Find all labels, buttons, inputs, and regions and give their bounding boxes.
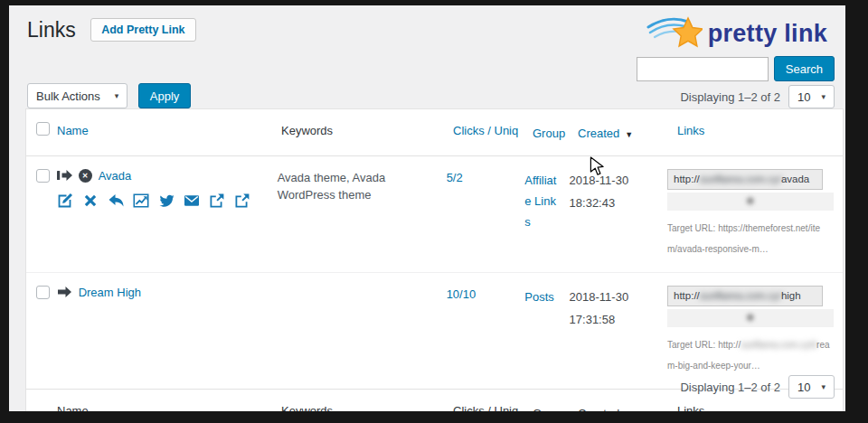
copy-link-button[interactable]: ✱ [667, 309, 834, 327]
email-icon[interactable] [184, 193, 200, 209]
per-page-value: 10 [797, 381, 810, 394]
chevron-down-icon: ▾ [115, 91, 119, 100]
footer-header-clicks: Clicks / Uniq [453, 404, 518, 411]
mouse-cursor [589, 156, 605, 176]
edit-icon[interactable] [57, 193, 73, 209]
displaying-count: Displaying 1–2 of 2 [680, 381, 780, 394]
links-cell: http://sunflarea.com.cy/avada ✱ Target U… [658, 156, 843, 272]
chevron-down-icon: ▾ [821, 92, 826, 101]
target-url-redacted: sunflarea.com.cy/d [741, 340, 816, 350]
table-row: ✕ Avada [26, 156, 843, 272]
bulk-actions-select[interactable]: Bulk Actions ▾ [27, 83, 127, 108]
name-cell: Dream High [57, 273, 278, 310]
target-url-text: Target URL: https://themeforest.net/item… [667, 218, 830, 259]
reset-undo-icon[interactable] [108, 193, 124, 209]
pretty-link-logo-text: pretty link [708, 20, 827, 48]
group-link[interactable]: Posts [524, 290, 554, 304]
header-checkbox-cell [26, 109, 57, 148]
footer-header-group: Group [533, 407, 565, 411]
select-row-checkbox[interactable] [36, 169, 50, 183]
copy-link-button[interactable]: ✱ [667, 193, 834, 211]
target-url-prefix: Target URL: http:// [667, 340, 741, 350]
select-row-checkbox[interactable] [36, 286, 50, 299]
column-header-clicks[interactable]: Clicks / Uniq [453, 124, 518, 137]
per-page-select[interactable]: 10 ▾ [788, 375, 835, 399]
pretty-link-url-field[interactable]: http://sunflarea.com.cy/avada [667, 169, 823, 190]
search-row: Search [637, 56, 835, 81]
clicks-link[interactable]: 5/2 [447, 171, 463, 184]
keywords-text: Avada theme, Avada WordPress theme [278, 171, 386, 202]
delete-icon[interactable] [82, 193, 99, 209]
clicks-link[interactable]: 10/10 [447, 287, 476, 301]
url-prefix: http:// [674, 290, 700, 301]
external-link-icon[interactable] [234, 193, 250, 209]
copy-icon: ✱ [746, 194, 756, 208]
displaying-count: Displaying 1–2 of 2 [680, 90, 780, 104]
external-link-icon[interactable] [209, 193, 225, 209]
select-all-checkbox[interactable] [36, 122, 50, 136]
target-url-prefix: Target URL: https://themeforest.net/item… [667, 223, 820, 254]
sort-desc-icon[interactable]: ▼ [625, 130, 633, 139]
url-redacted: sunflarea.com.cy/ [700, 290, 781, 301]
column-header-links[interactable]: Links [677, 124, 704, 137]
name-cell: ✕ Avada [57, 156, 278, 220]
redirect-bar-arrow-icon [57, 169, 72, 182]
target-url-text: Target URL: http://sunflarea.com.cy/drea… [667, 334, 830, 376]
pagination-top: Displaying 1–2 of 2 10 ▾ [680, 85, 835, 108]
column-header-group[interactable]: Group [533, 127, 565, 140]
twitter-icon[interactable] [158, 193, 175, 209]
footer-header-created: Created [578, 407, 619, 411]
add-pretty-link-button[interactable]: Add Pretty Link [90, 18, 195, 42]
column-header-keywords: Keywords [281, 124, 333, 137]
chevron-down-icon: ▾ [821, 382, 826, 391]
redirect-arrow-icon [57, 286, 72, 298]
row-checkbox-cell [26, 273, 57, 312]
footer-header-keywords: Keywords [281, 404, 333, 411]
copy-icon: ✱ [746, 311, 756, 324]
pagination-bottom: Displaying 1–2 of 2 10 ▾ [680, 375, 835, 399]
pretty-link-admin-page: Links Add Pretty Link pretty link Search… [9, 5, 845, 411]
row-checkbox-cell [26, 156, 57, 195]
links-table: Name Keywords Clicks / Uniq Group Create… [25, 108, 844, 411]
pretty-link-star-icon [646, 14, 703, 52]
created-timestamp: 2018-11-30 18:32:43 [570, 174, 629, 210]
controls-row: Bulk Actions ▾ Apply Displaying 1–2 of 2… [27, 83, 835, 110]
footer-header-name: Name [57, 404, 89, 411]
url-suffix: high [781, 290, 801, 301]
link-name[interactable]: Avada [99, 169, 132, 183]
link-name[interactable]: Dream High [79, 286, 141, 299]
search-input[interactable] [637, 57, 769, 81]
per-page-value: 10 [797, 90, 810, 104]
per-page-select[interactable]: 10 ▾ [788, 85, 835, 108]
pretty-link-logo: pretty link [646, 14, 827, 52]
url-suffix: avada [781, 174, 809, 184]
search-button[interactable]: Search [774, 56, 835, 81]
stats-chart-icon[interactable] [133, 193, 149, 209]
topbar: Links Add Pretty Link pretty link [27, 16, 835, 58]
created-timestamp: 2018-11-30 17:31:58 [570, 290, 629, 326]
nofollow-circle-x-icon: ✕ [79, 169, 92, 183]
page-title: Links [27, 16, 76, 43]
links-cell: http://sunflarea.com.cy/high ✱ Target UR… [658, 273, 843, 389]
group-link[interactable]: Affiliate Links [524, 174, 556, 229]
footer-header-links: Links [677, 404, 704, 411]
column-header-created[interactable]: Created [578, 127, 619, 140]
apply-button[interactable]: Apply [138, 83, 192, 108]
url-redacted: sunflarea.com.cy/ [700, 174, 781, 184]
url-prefix: http:// [674, 174, 700, 184]
pretty-link-url-field[interactable]: http://sunflarea.com.cy/high [667, 286, 823, 306]
table-header-row: Name Keywords Clicks / Uniq Group Create… [26, 109, 843, 156]
bulk-actions-label: Bulk Actions [36, 89, 100, 103]
screenshot-frame: Links Add Pretty Link pretty link Search… [0, 0, 868, 423]
row-actions [57, 193, 270, 209]
table-row: Dream High 10/10 Posts 2018-11-30 17:31:… [26, 272, 843, 389]
column-header-name[interactable]: Name [57, 124, 89, 137]
